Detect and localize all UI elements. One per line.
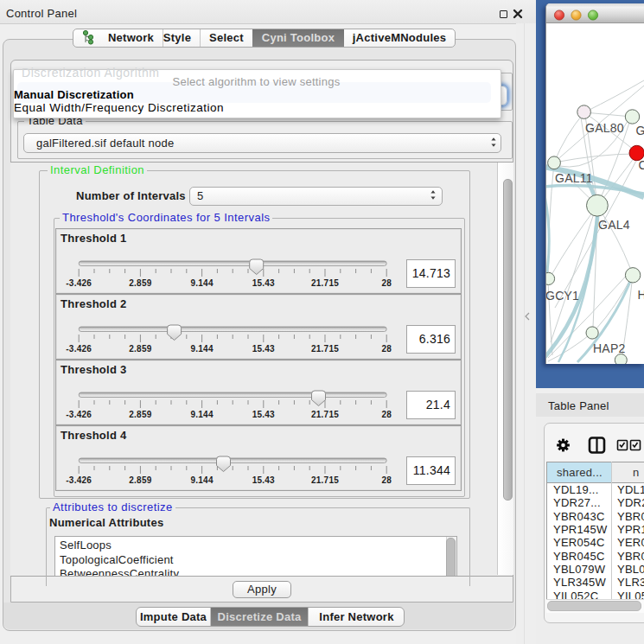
svg-text:15.43: 15.43 [252,344,275,354]
svg-text:21.715: 21.715 [311,475,339,485]
svg-text:9.144: 9.144 [190,278,213,288]
svg-text:15.43: 15.43 [252,278,275,288]
svg-text:21.715: 21.715 [311,344,339,354]
svg-text:9.144: 9.144 [190,410,213,419]
svg-text:GAL4: GAL4 [598,218,630,232]
svg-text:2.859: 2.859 [129,475,151,485]
svg-text:28: 28 [381,344,392,354]
svg-text:-3.426: -3.426 [66,344,92,354]
svg-text:9.144: 9.144 [190,344,213,354]
svg-text:-3.426: -3.426 [66,410,92,419]
svg-text:2.859: 2.859 [129,410,151,419]
svg-text:HAP2: HAP2 [593,341,626,355]
svg-text:-3.426: -3.426 [66,278,92,288]
svg-text:C: C [639,158,644,172]
svg-text:21.715: 21.715 [311,410,339,419]
svg-text:H: H [638,288,644,302]
svg-text:28: 28 [381,278,392,288]
svg-text:15.43: 15.43 [252,475,275,485]
svg-text:2.859: 2.859 [129,344,151,354]
svg-text:GAL11: GAL11 [555,171,593,185]
svg-text:15.43: 15.43 [252,410,275,419]
svg-text:G.: G. [636,124,644,137]
svg-text:-3.426: -3.426 [66,475,92,485]
svg-text:GAL80: GAL80 [585,121,624,135]
svg-text:GCY1: GCY1 [546,289,579,303]
svg-text:2.859: 2.859 [129,278,151,288]
svg-text:21.715: 21.715 [311,278,339,288]
svg-text:9.144: 9.144 [190,475,213,485]
svg-text:28: 28 [381,410,392,419]
svg-text:28: 28 [381,475,392,485]
